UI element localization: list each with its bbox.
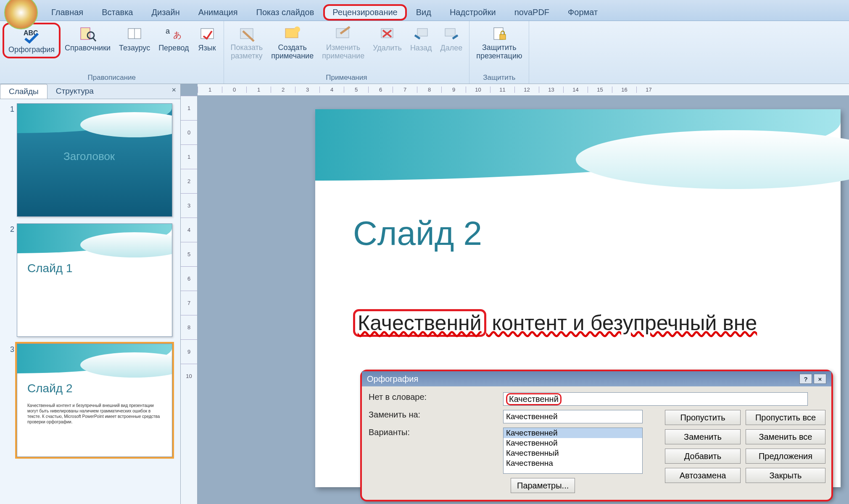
research-label: Справочники xyxy=(65,44,111,52)
language-button[interactable]: Язык xyxy=(193,23,221,55)
group-protect: Защитить презентацию Защитить xyxy=(469,21,529,84)
misspelled-word[interactable]: Качественнй xyxy=(353,309,486,337)
ignore-button[interactable]: Пропустить xyxy=(665,410,741,425)
new-comment-line2: примечание xyxy=(271,52,314,60)
new-comment-icon xyxy=(283,25,302,42)
change-all-button[interactable]: Заменить все xyxy=(746,429,825,444)
new-comment-button[interactable]: Создать примечание xyxy=(267,23,318,63)
variant-item[interactable]: Качественна xyxy=(504,458,642,468)
change-button[interactable]: Заменить xyxy=(665,429,741,444)
next-comment-button[interactable]: Далее xyxy=(436,23,467,55)
tab-home[interactable]: Главная xyxy=(42,4,92,21)
research-icon xyxy=(78,25,98,42)
ruler-tick: 4 xyxy=(181,218,197,242)
translate-button[interactable]: aあ Перевод xyxy=(154,23,193,55)
thumb2-title: Слайд 1 xyxy=(27,262,72,275)
tab-format[interactable]: Формат xyxy=(559,4,607,21)
replace-with-label: Заменить на: xyxy=(369,410,503,420)
ruler-tick: 5 xyxy=(344,87,368,93)
ruler-tick: 13 xyxy=(539,87,563,93)
thumb1-placeholder: Заголовок xyxy=(63,150,115,163)
group-proofing-title: Правописание xyxy=(3,72,221,83)
svg-text:あ: あ xyxy=(173,30,182,39)
thumb-number: 2 xyxy=(3,223,14,337)
ruler-tick: 3 xyxy=(295,87,319,93)
ignore-all-button[interactable]: Пропустить все xyxy=(746,410,825,425)
dialog-titlebar[interactable]: Орфография ? × xyxy=(362,371,831,386)
options-button[interactable]: Параметры... xyxy=(511,478,575,493)
variant-item[interactable]: Качественней xyxy=(504,428,642,438)
suggestions-button[interactable]: Предложения xyxy=(746,449,825,464)
ruler-tick: 4 xyxy=(319,87,344,93)
slide-body-text[interactable]: Качественнй контент и безупречный вне xyxy=(353,311,824,335)
show-markup-line2: разметку xyxy=(231,52,262,60)
not-in-dict-value: Качественнй xyxy=(503,392,808,406)
ruler-tick: 9 xyxy=(441,87,466,93)
research-button[interactable]: Справочники xyxy=(61,23,115,55)
protect-icon xyxy=(490,25,509,42)
show-markup-icon xyxy=(237,25,256,42)
ruler-tick: 1 xyxy=(181,96,197,120)
ruler-tick: 5 xyxy=(181,242,197,266)
ruler-tick: 0 xyxy=(181,120,197,144)
spelling-icon: ABC xyxy=(22,27,41,44)
tab-insert[interactable]: Вставка xyxy=(92,4,142,21)
ruler-tick: 6 xyxy=(181,266,197,291)
side-close-button[interactable]: × xyxy=(167,84,180,99)
dialog-close-button[interactable]: × xyxy=(814,374,826,384)
not-in-dict-word: Качественнй xyxy=(506,393,562,405)
thesaurus-button[interactable]: Тезаурус xyxy=(115,23,154,55)
thesaurus-icon xyxy=(125,25,144,42)
variants-listbox[interactable]: КачественнейКачественнойКачественныйКаче… xyxy=(503,428,643,474)
tab-view[interactable]: Вид xyxy=(407,4,440,21)
slide-title[interactable]: Слайд 2 xyxy=(353,214,482,253)
variant-item[interactable]: Качественной xyxy=(504,438,642,448)
variant-item[interactable]: Качественный xyxy=(504,448,642,458)
tab-novapdf[interactable]: novaPDF xyxy=(505,4,559,21)
prev-comment-button[interactable]: Назад xyxy=(406,23,436,55)
prev-icon xyxy=(411,25,431,42)
add-button[interactable]: Добавить xyxy=(665,449,741,464)
show-markup-button[interactable]: Показать разметку xyxy=(227,23,267,63)
ruler-tick: 2 xyxy=(271,87,295,93)
edit-comment-button[interactable]: Изменить примечание xyxy=(318,23,369,63)
ruler-tick: 8 xyxy=(181,315,197,339)
thesaurus-label: Тезаурус xyxy=(119,44,150,52)
group-proofing: ABC Орфография Справочники Тезаурус aあ xyxy=(0,21,224,84)
tab-slideshow[interactable]: Показ слайдов xyxy=(247,4,324,21)
side-tab-outline[interactable]: Структура xyxy=(47,84,102,99)
edit-comment-icon xyxy=(334,25,353,42)
group-comments-title: Примечания xyxy=(227,72,467,83)
ruler-tick: 6 xyxy=(368,87,393,93)
slide-text-rest: контент и безупречный вне xyxy=(486,311,757,335)
spelling-button[interactable]: ABC Орфография xyxy=(3,23,61,58)
tab-design[interactable]: Дизайн xyxy=(142,4,189,21)
language-label: Язык xyxy=(198,44,216,52)
slide-thumb-3[interactable]: Слайд 2 Качественный контент и безупречн… xyxy=(17,344,172,457)
ruler-tick: 12 xyxy=(514,87,539,93)
next-label: Далее xyxy=(440,44,462,52)
close-button[interactable]: Закрыть xyxy=(746,468,825,483)
ruler-tick: 17 xyxy=(636,87,661,93)
svg-line-3 xyxy=(93,38,96,41)
slide-thumb-1[interactable]: Заголовок xyxy=(17,103,172,217)
autocorrect-button[interactable]: Автозамена xyxy=(665,468,741,483)
delete-comment-button[interactable]: Удалить xyxy=(369,23,406,55)
group-comments: Показать разметку Создать примечание Изм… xyxy=(224,21,470,84)
ruler-tick: 14 xyxy=(563,87,588,93)
side-tab-slides[interactable]: Слайды xyxy=(0,84,47,99)
ruler-tick: 2 xyxy=(181,169,197,193)
svg-rect-15 xyxy=(445,29,455,36)
dialog-help-button[interactable]: ? xyxy=(799,374,812,384)
ruler-tick: 8 xyxy=(417,87,441,93)
svg-text:a: a xyxy=(166,27,170,35)
tab-review[interactable]: Рецензирование xyxy=(323,4,406,21)
spelling-label: Орфография xyxy=(8,45,55,54)
protect-button[interactable]: Защитить презентацию xyxy=(472,23,526,63)
tab-addins[interactable]: Надстройки xyxy=(440,4,505,21)
slide-thumb-2[interactable]: Слайд 1 xyxy=(17,223,172,337)
replace-with-input[interactable] xyxy=(503,410,643,423)
edit-comment-line2: примечание xyxy=(322,52,364,60)
group-protect-title: Защитить xyxy=(472,72,526,83)
tab-animation[interactable]: Анимация xyxy=(189,4,247,21)
